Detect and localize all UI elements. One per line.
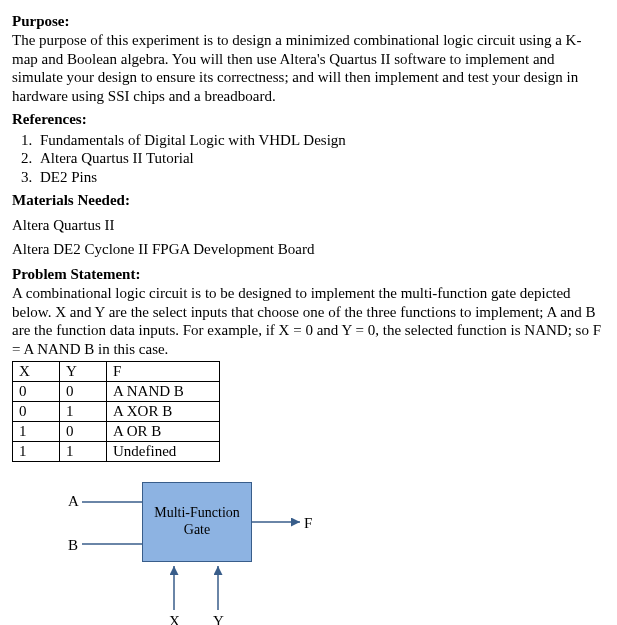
select-label-x: X xyxy=(169,612,180,625)
material-item: Altera Quartus II xyxy=(12,216,605,235)
cell-x: 1 xyxy=(13,421,60,441)
cell-f: A NAND B xyxy=(107,381,220,401)
select-label-y: Y xyxy=(213,612,224,625)
purpose-text: The purpose of this experiment is to des… xyxy=(12,31,605,106)
cell-f: Undefined xyxy=(107,441,220,461)
block-diagram: Multi-Function Gate A B F X Y xyxy=(38,472,358,625)
reference-item: Fundamentals of Digital Logic with VHDL … xyxy=(36,131,605,150)
col-header-x: X xyxy=(13,361,60,381)
table-row: 1 1 Undefined xyxy=(13,441,220,461)
multi-function-gate-box: Multi-Function Gate xyxy=(142,482,252,562)
problem-text: A combinational logic circuit is to be d… xyxy=(12,284,605,359)
table-row: 0 1 A XOR B xyxy=(13,401,220,421)
materials-heading: Materials Needed: xyxy=(12,191,605,210)
output-label-f: F xyxy=(304,514,312,533)
reference-item: Altera Quartus II Tutorial xyxy=(36,149,605,168)
table-header-row: X Y F xyxy=(13,361,220,381)
truth-table: X Y F 0 0 A NAND B 0 1 A XOR B 1 0 A OR … xyxy=(12,361,220,462)
input-label-b: B xyxy=(68,536,78,555)
cell-y: 1 xyxy=(60,401,107,421)
table-row: 1 0 A OR B xyxy=(13,421,220,441)
purpose-heading: Purpose: xyxy=(12,12,605,31)
cell-x: 1 xyxy=(13,441,60,461)
cell-y: 0 xyxy=(60,381,107,401)
cell-f: A OR B xyxy=(107,421,220,441)
cell-x: 0 xyxy=(13,381,60,401)
col-header-f: F xyxy=(107,361,220,381)
col-header-y: Y xyxy=(60,361,107,381)
input-label-a: A xyxy=(68,492,79,511)
cell-y: 1 xyxy=(60,441,107,461)
reference-item: DE2 Pins xyxy=(36,168,605,187)
cell-y: 0 xyxy=(60,421,107,441)
table-row: 0 0 A NAND B xyxy=(13,381,220,401)
cell-f: A XOR B xyxy=(107,401,220,421)
references-heading: References: xyxy=(12,110,605,129)
problem-heading: Problem Statement: xyxy=(12,265,605,284)
material-item: Altera DE2 Cyclone II FPGA Development B… xyxy=(12,240,605,259)
references-list: Fundamentals of Digital Logic with VHDL … xyxy=(36,131,605,187)
cell-x: 0 xyxy=(13,401,60,421)
gate-box-label: Multi-Function Gate xyxy=(143,505,251,539)
